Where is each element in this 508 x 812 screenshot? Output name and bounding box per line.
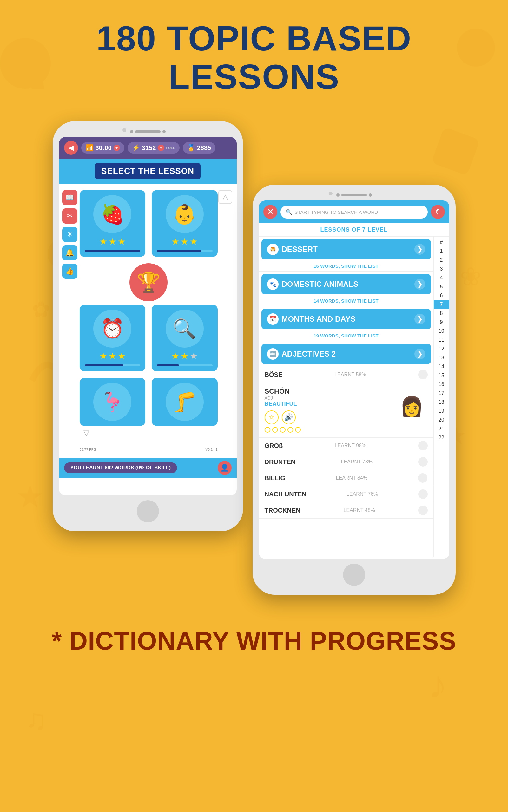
phone2-search-input[interactable]: 🔍 START TYPING TO SEARCH A WORD [281,206,428,219]
phone2-months-arrow[interactable]: ❯ [414,314,425,324]
phone1-lesson-baby[interactable]: 👶 ★ ★ ★ [152,190,218,257]
phone2-mic-btn[interactable]: 🎙 [431,205,445,219]
phone2-close-btn[interactable]: ✕ [263,205,277,219]
phone2-drunten-word: DRUNTEN [265,458,296,466]
phone2-months-name: 📅 MONTHS AND DAYS [267,313,356,325]
phone1-lesson-grid: 🍓 ★ ★ ★ 👶 [80,190,218,257]
phone2-num-10[interactable]: 10 [434,327,449,335]
phone2-num-2[interactable]: 2 [434,256,449,265]
phone2-num-8[interactable]: 8 [434,309,449,318]
phone2-dessert-name: 🍮 DESSERT [267,243,318,255]
phone-1: ◀ 📶 30:00 + ⚡ 3152 + FULL 🥇 [53,121,243,531]
phone2-word-trocknen[interactable]: TROCKNEN LEARNT 48% [259,502,433,518]
phone2-adjectives-arrow[interactable]: ❯ [414,349,425,359]
phone1-profile-btn[interactable]: 👤 [218,461,231,475]
phone1-lesson-grid-2: ⏰ ★ ★ ★ 🔍 [80,305,218,371]
phone1-words-badge: YOU LEARNT 692 WORDS (0% OF SKILL) [64,462,177,473]
svg-text:♫: ♫ [26,704,47,735]
phone2-lesson-dessert: 🍮 DESSERT ❯ 16 WORDS, SHOW THE LIST [259,239,433,272]
phone1-search-icon: 🔍 [166,310,204,348]
phone1-screen: ◀ 📶 30:00 + ⚡ 3152 + FULL 🥇 [59,137,237,495]
phone2-num-1[interactable]: 1 [434,247,449,256]
phone2-months-words: 19 WORDS, SHOW THE LIST [259,332,433,341]
phone2-lesson-months: 📅 MONTHS AND DAYS ❯ 19 WORDS, SHOW THE L… [259,309,433,341]
phone2-num-22[interactable]: 22 [434,433,449,442]
phone1-dot-left [130,130,133,133]
phone2-trocknen-word: TROCKNEN [265,507,300,514]
phones-container: ◀ 📶 30:00 + ⚡ 3152 + FULL 🥇 [13,121,495,595]
phone2-num-9[interactable]: 9 [434,318,449,327]
phone2-num-6[interactable]: 6 [434,291,449,300]
phone1-lesson-flamingo[interactable]: 🦩 [80,378,145,426]
phone1-arrow-down[interactable]: ▽ [75,426,89,440]
phone-2: ✕ 🔍 START TYPING TO SEARCH A WORD 🎙 LESS… [253,185,456,595]
phone1-arrow-up[interactable]: △ [218,190,232,204]
phone1-lesson-leg[interactable]: 🦵 [152,378,218,426]
phone2-num-11[interactable]: 11 [434,335,449,345]
phone2-lesson-domestic: 🐾 DOMESTIC ANIMALS ❯ 14 WORDS, SHOW THE … [259,274,433,306]
phone2-adjectives-icon: 🔤 [267,348,279,360]
phone2-adjectives-header-row[interactable]: 🔤 ADJECTIVES 2 ❯ [261,344,431,364]
phone2-word-drunten[interactable]: DRUNTEN LEARNT 78% [259,454,433,470]
phone2-bose-word: BÖSE [265,371,283,378]
phone2-num-20[interactable]: 20 [434,415,449,424]
phone2-num-12[interactable]: 12 [434,345,449,353]
phone2-dot-left [336,193,340,197]
phone2-num-16[interactable]: 16 [434,380,449,389]
phone1-side-scissors[interactable]: ✂ [62,209,77,224]
phone2-domestic-arrow[interactable]: ❯ [414,279,425,289]
phone1-leg-icon: 🦵 [166,383,204,421]
phone2-adjectives-name: 🔤 ADJECTIVES 2 [267,348,336,360]
phone2-num-7[interactable]: 7 [434,300,449,309]
phone1-lesson-strawberry[interactable]: 🍓 ★ ★ ★ [80,190,145,257]
phone2-num-18[interactable]: 18 [434,398,449,407]
phone1-lesson-clock[interactable]: ⏰ ★ ★ ★ [80,305,145,371]
phone2-months-row[interactable]: 📅 MONTHS AND DAYS ❯ [261,309,431,329]
phone2-search-placeholder: START TYPING TO SEARCH A WORD [295,209,378,215]
phone2-word-bose[interactable]: BÖSE LEARNT 58% [259,367,433,383]
phone2-dot-4 [288,427,293,433]
phone2-num-17[interactable]: 17 [434,389,449,398]
phone1-home-btn[interactable] [137,500,159,523]
phone2-num-hash[interactable]: # [434,238,449,247]
phone2-gross-pct: LEARNT 98% [335,443,366,449]
phone2-schon-audio-btn[interactable]: 🔊 [282,410,296,424]
phone2-dot-2 [272,427,278,433]
phone2-num-19[interactable]: 19 [434,407,449,415]
phone1-side-sun[interactable]: ☀ [62,227,77,242]
phone2-dessert-row[interactable]: 🍮 DESSERT ❯ [261,239,431,260]
phone2-word-billig[interactable]: BILLIG LEARNT 84% [259,470,433,486]
phone2-word-gross[interactable]: GROß LEARNT 98% [259,438,433,454]
phone1-side-like[interactable]: 👍 [62,264,77,279]
phone2-lessons-header: LESSONS OF 7 LEVEL [259,223,449,237]
phone2-num-14[interactable]: 14 [434,362,449,371]
phone1-clock-stars: ★ ★ ★ [99,351,126,361]
phone2-num-15[interactable]: 15 [434,371,449,380]
phone2-nachunten-word: NACH UNTEN [265,491,306,498]
phone2-search-icon: 🔍 [286,209,292,215]
phone1-back-btn[interactable]: ◀ [64,141,78,155]
phone2-num-4[interactable]: 4 [434,273,449,282]
phone2-speaker [341,194,367,196]
phone1-side-bell[interactable]: 🔔 [62,245,77,260]
phone2-num-3[interactable]: 3 [434,265,449,273]
phone1-lesson-search[interactable]: 🔍 ★ ★ ★ [152,305,218,371]
phone2-schon-german: SCHÖN [265,387,391,396]
phone2-lesson-adjectives: 🔤 ADJECTIVES 2 ❯ BÖSE LEARNT 58% [259,344,433,519]
phone2-domestic-icon: 🐾 [267,278,279,290]
phone1-side-book[interactable]: 📖 [62,190,77,205]
phone2-schon-english: BEAUTIFUL [265,401,391,407]
phone2-dot-3 [280,427,286,433]
phone2-num-5[interactable]: 5 [434,282,449,291]
phone2-nachunten-circle [418,489,428,499]
phone1-lightning: ⚡ 3152 + FULL [128,142,180,153]
phone2-dessert-arrow[interactable]: ❯ [414,244,425,255]
phone2-home-btn[interactable] [343,563,365,586]
phone2-schon-star-btn[interactable]: ☆ [265,410,279,424]
phone2-notch [259,193,449,197]
phone2-num-13[interactable]: 13 [434,353,449,362]
phone1-topbar: ◀ 📶 30:00 + ⚡ 3152 + FULL 🥇 [59,137,237,159]
phone2-domestic-row[interactable]: 🐾 DOMESTIC ANIMALS ❯ [261,274,431,295]
phone2-num-21[interactable]: 21 [434,424,449,433]
phone2-word-nachunten[interactable]: NACH UNTEN LEARNT 76% [259,486,433,502]
